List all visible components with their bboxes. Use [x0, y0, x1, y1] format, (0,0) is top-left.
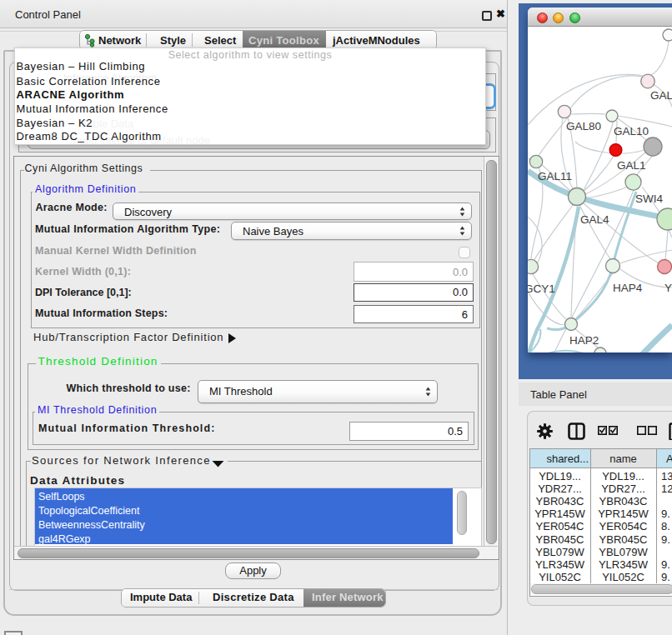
svg-text:GAL1: GAL1 — [617, 159, 646, 172]
svg-text:HAP4: HAP4 — [613, 282, 643, 294]
svg-text:HAP2: HAP2 — [569, 334, 599, 347]
svg-text:GAL80: GAL80 — [566, 120, 601, 132]
svg-text:GAL7: GAL7 — [650, 89, 672, 102]
svg-text:YJ: YJ — [664, 282, 672, 294]
svg-text:SWI4: SWI4 — [635, 192, 663, 205]
svg-text:GAL10: GAL10 — [614, 125, 649, 138]
svg-text:GCY1: GCY1 — [528, 282, 555, 295]
svg-text:GAL4: GAL4 — [580, 213, 609, 226]
svg-text:GAL11: GAL11 — [538, 170, 572, 182]
